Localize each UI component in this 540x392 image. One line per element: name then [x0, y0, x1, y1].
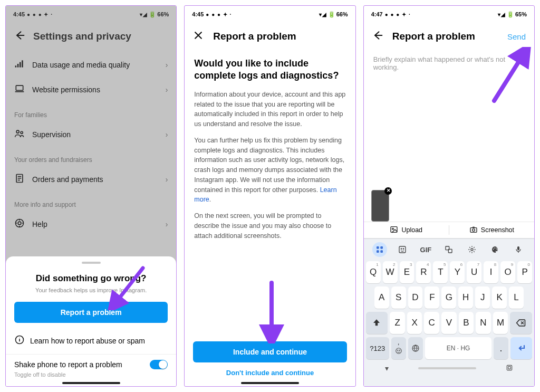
report-problem-button[interactable]: Report a problem — [14, 302, 168, 323]
key-q[interactable]: Q1 — [366, 261, 381, 283]
battery-icon: 🔋 — [328, 11, 335, 18]
key-j[interactable]: J — [475, 286, 490, 309]
space-key[interactable]: EN · HG — [425, 337, 491, 359]
key-a[interactable]: A — [374, 286, 389, 309]
upload-button[interactable]: Upload — [364, 225, 449, 235]
svg-point-30 — [396, 348, 402, 354]
screenshot-button[interactable]: Screenshot — [449, 225, 534, 235]
key-s[interactable]: S — [391, 286, 406, 309]
shift-key[interactable] — [366, 312, 388, 334]
row-label: Learn how to report abuse or spam — [30, 337, 145, 345]
symbols-key[interactable]: ?123 — [366, 337, 389, 359]
send-button[interactable]: Send — [507, 32, 526, 41]
svg-rect-18 — [380, 250, 383, 253]
svg-point-14 — [472, 228, 475, 231]
enter-key[interactable] — [510, 337, 532, 359]
key-d[interactable]: D — [408, 286, 423, 309]
image-icon — [390, 225, 398, 235]
status-time: 4:45 — [192, 11, 204, 17]
key-g[interactable]: G — [441, 286, 456, 309]
back-icon[interactable] — [372, 30, 383, 43]
key-e[interactable]: E3 — [400, 261, 414, 283]
period-key[interactable]: . — [494, 337, 508, 359]
key-m[interactable]: M — [493, 312, 508, 334]
key-b[interactable]: B — [459, 312, 474, 334]
svg-rect-29 — [517, 246, 519, 250]
include-continue-button[interactable]: Include and continue — [193, 341, 346, 362]
kbd-palette-icon[interactable] — [488, 242, 503, 257]
logs-question: Would you like to include complete logs … — [194, 58, 345, 82]
svg-rect-17 — [377, 250, 379, 253]
row-label: Shake phone to report a problem — [14, 360, 122, 369]
logs-para-3: On the next screen, you will be prompted… — [194, 211, 345, 241]
key-n[interactable]: N — [476, 312, 491, 334]
kbd-gif-button[interactable]: GIF — [418, 242, 433, 257]
status-notif-icons: ● ● ● ✦ · — [206, 12, 232, 17]
kbd-sticker-icon[interactable] — [395, 242, 410, 257]
page-title: Report a problem — [392, 31, 475, 42]
shake-toggle[interactable] — [150, 360, 168, 369]
key-l[interactable]: L — [509, 286, 524, 309]
key-z[interactable]: Z — [390, 312, 405, 334]
key-o[interactable]: O9 — [500, 261, 515, 283]
screen-describe-problem: 4:47 ● ● ● ✦ · ▾◢ 🔋 65% Report a problem… — [363, 5, 535, 387]
kbd-handle-icon[interactable] — [506, 364, 513, 373]
gesture-bar[interactable] — [418, 367, 476, 369]
key-f[interactable]: F — [425, 286, 439, 309]
key-r[interactable]: R4 — [416, 261, 431, 283]
svg-rect-11 — [391, 226, 397, 232]
close-icon[interactable] — [193, 30, 204, 43]
page-title: Report a problem — [213, 31, 296, 42]
status-battery: 65% — [515, 11, 527, 17]
screen-settings: 4:45 ● ● ● ✦ · ▾◢ 🔋 66% Settings and pri… — [5, 5, 177, 387]
key-k[interactable]: K — [492, 286, 507, 309]
svg-point-26 — [494, 247, 495, 248]
status-bar: 4:45 ● ● ● ✦ · ▾◢ 🔋 66% — [185, 6, 355, 23]
key-c[interactable]: C — [424, 312, 439, 334]
svg-point-12 — [392, 228, 394, 230]
attachment-thumbnail[interactable]: ✕ — [371, 190, 389, 222]
key-y[interactable]: Y6 — [450, 261, 465, 283]
backspace-key[interactable] — [510, 312, 532, 334]
kbd-apps-icon[interactable] — [372, 242, 387, 257]
gesture-bar[interactable] — [241, 382, 299, 384]
svg-rect-34 — [507, 365, 512, 370]
kbd-mic-icon[interactable] — [511, 242, 526, 257]
problem-textarea[interactable]: Briefly explain what happened or what's … — [364, 50, 534, 77]
kbd-settings-icon[interactable] — [465, 242, 479, 257]
key-i[interactable]: I8 — [484, 261, 498, 283]
svg-rect-13 — [470, 227, 477, 232]
sheet-subtitle: Your feedback helps us improve Instagram… — [14, 287, 168, 293]
svg-point-24 — [471, 248, 473, 251]
svg-point-31 — [397, 350, 398, 350]
status-net-icons: ▾◢ — [319, 12, 327, 17]
status-notif-icons: ● ● ● ✦ · — [385, 12, 411, 17]
key-x[interactable]: X — [407, 312, 422, 334]
svg-point-32 — [399, 350, 400, 350]
camera-icon — [469, 225, 478, 235]
remove-attachment-icon[interactable]: ✕ — [385, 187, 392, 194]
gesture-bar[interactable] — [62, 382, 120, 384]
sheet-drag-handle[interactable] — [82, 262, 101, 264]
emoji-key[interactable]: , — [391, 337, 406, 359]
key-v[interactable]: V — [441, 312, 457, 334]
report-bottom-sheet: Did something go wrong? Your feedback he… — [6, 256, 176, 386]
logs-para-1: Information about your device, account a… — [194, 90, 345, 129]
key-t[interactable]: T5 — [433, 261, 448, 283]
dont-include-link[interactable]: Don't include and continue — [193, 369, 346, 377]
svg-rect-19 — [399, 246, 406, 253]
svg-point-27 — [496, 247, 497, 248]
svg-point-28 — [497, 248, 498, 250]
report-header: Report a problem — [185, 23, 355, 50]
key-w[interactable]: W2 — [383, 261, 398, 283]
screen-include-logs: 4:45 ● ● ● ✦ · ▾◢ 🔋 66% Report a problem… — [184, 5, 355, 387]
key-p[interactable]: P0 — [517, 261, 532, 283]
report-header: Report a problem Send — [364, 23, 534, 50]
kbd-collapse-icon[interactable]: ▾ — [385, 364, 389, 372]
kbd-row-3: ZXCVBNM — [366, 312, 532, 334]
language-key[interactable] — [408, 337, 423, 359]
learn-abuse-link[interactable]: Learn how to report abuse or spam — [14, 330, 168, 351]
kbd-translate-icon[interactable] — [441, 242, 456, 257]
key-h[interactable]: H — [458, 286, 473, 309]
key-u[interactable]: U7 — [467, 261, 481, 283]
